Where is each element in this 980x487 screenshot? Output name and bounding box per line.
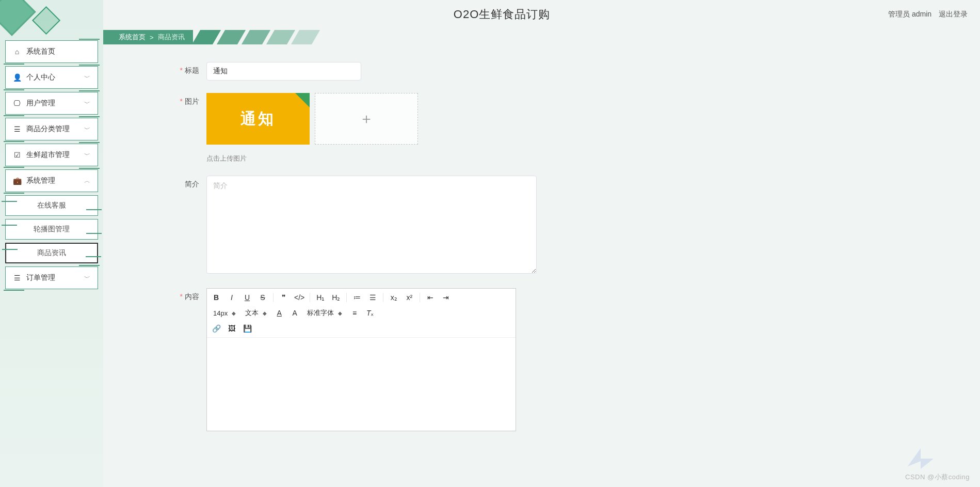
editor-toolbar: B I U S ❞ </> H₁ H₂ ≔ ☰ x₂ x²	[207, 289, 516, 338]
italic-button[interactable]: I	[227, 292, 237, 303]
sidebar-item-system[interactable]: 💼 系统管理 ︿	[5, 169, 98, 192]
upload-add-button[interactable]: ＋	[315, 93, 418, 145]
content-label: *内容	[124, 288, 206, 302]
home-icon: ⌂	[13, 48, 21, 56]
intro-label: 简介	[124, 176, 206, 189]
chevron-down-icon: ﹀	[84, 274, 90, 282]
sidebar-item-users[interactable]: 🖵 用户管理 ﹀	[5, 92, 98, 115]
briefcase-icon: 💼	[13, 177, 21, 185]
font-family-select[interactable]: 标准字体◆	[305, 308, 344, 318]
image-thumbnail[interactable]: 通知	[206, 93, 310, 145]
sidebar-item-label: 商品分类管理	[26, 124, 70, 134]
chevron-down-icon: ﹀	[84, 73, 90, 82]
form-row-content: *内容 B I U S ❞ </> H₁ H₂ ≔ ☰	[124, 288, 959, 431]
monitor-icon: 🖵	[13, 99, 21, 107]
caret-icon: ◆	[338, 310, 342, 316]
plus-icon: ＋	[359, 109, 374, 129]
thumbnail-text: 通知	[240, 108, 276, 130]
logout-link[interactable]: 退出登录	[939, 10, 968, 18]
user-icon: 👤	[13, 73, 21, 82]
intro-textarea[interactable]	[206, 176, 537, 274]
quote-button[interactable]: ❞	[279, 292, 289, 303]
bg-color-button[interactable]: A	[290, 307, 300, 319]
sidebar-sub-label: 在线客服	[37, 201, 66, 210]
sidebar-item-label: 用户管理	[26, 99, 55, 108]
breadcrumb-current: 商品资讯	[158, 33, 185, 42]
breadcrumb-separator: >	[150, 34, 154, 41]
sidebar-item-market[interactable]: ☑ 生鲜超市管理 ﹀	[5, 144, 98, 166]
sidebar-sub-news[interactable]: 商品资讯	[5, 243, 98, 263]
form-row-image: *图片 通知 ＋	[124, 93, 959, 145]
list-icon: ☰	[13, 274, 21, 282]
indent-left-button[interactable]: ⇤	[425, 292, 436, 303]
caret-icon: ◆	[232, 310, 236, 316]
sidebar-sub-label: 轮播图管理	[34, 225, 70, 234]
clear-format-button[interactable]: Tₓ	[365, 307, 375, 319]
superscript-button[interactable]: x²	[404, 292, 414, 303]
breadcrumb-shape: 系统首页 > 商品资讯	[103, 30, 193, 44]
breadcrumb-home[interactable]: 系统首页	[119, 33, 146, 42]
required-mark: *	[180, 97, 183, 105]
svg-marker-0	[908, 448, 934, 469]
sidebar-item-orders[interactable]: ☰ 订单管理 ﹀	[5, 266, 98, 289]
sidebar-sub-online-service[interactable]: 在线客服	[5, 195, 98, 216]
form-row-title: *标题	[124, 62, 959, 81]
upload-hint: 点击上传图片	[206, 154, 959, 163]
required-mark: *	[180, 292, 183, 301]
ordered-list-button[interactable]: ≔	[352, 292, 362, 303]
required-mark: *	[180, 66, 183, 74]
chevron-down-icon: ﹀	[84, 99, 90, 108]
sidebar-item-profile[interactable]: 👤 个人中心 ﹀	[5, 66, 98, 89]
header-user-area: 管理员 admin 退出登录	[888, 10, 968, 19]
sidebar-sub-label: 商品资讯	[37, 248, 66, 258]
sidebar-item-home[interactable]: ⌂ 系统首页	[5, 40, 98, 63]
sidebar-item-category[interactable]: ☰ 商品分类管理 ﹀	[5, 118, 98, 140]
breadcrumb-decoration	[196, 30, 320, 44]
underline-button[interactable]: U	[242, 292, 252, 303]
thumbnail-corner	[295, 93, 310, 107]
unordered-list-button[interactable]: ☰	[367, 292, 378, 303]
sidebar: ⌂ 系统首页 👤 个人中心 ﹀ 🖵 用户管理 ﹀ ☰ 商品分类管理 ﹀ ☑ 生鲜…	[0, 0, 103, 487]
save-button[interactable]: 💾	[242, 323, 252, 334]
chevron-down-icon: ﹀	[84, 151, 90, 160]
h2-button[interactable]: H₂	[331, 292, 341, 303]
h1-button[interactable]: H₁	[315, 292, 326, 303]
sidebar-item-label: 系统首页	[26, 47, 55, 56]
image-button[interactable]: 🖼	[227, 323, 237, 334]
rich-text-editor: B I U S ❞ </> H₁ H₂ ≔ ☰ x₂ x²	[206, 288, 516, 431]
title-input[interactable]	[206, 62, 361, 81]
title-label: *标题	[124, 62, 206, 75]
check-icon: ☑	[13, 151, 21, 159]
sidebar-item-label: 生鲜超市管理	[26, 150, 70, 160]
strikethrough-button[interactable]: S	[258, 292, 268, 303]
watermark-text: CSDN @小蔡coding	[905, 473, 970, 482]
text-color-button[interactable]: A	[274, 307, 284, 319]
align-button[interactable]: ≡	[349, 307, 360, 319]
indent-right-button[interactable]: ⇥	[441, 292, 451, 303]
username: admin	[912, 10, 931, 18]
chevron-up-icon: ︿	[84, 177, 90, 185]
caret-icon: ◆	[263, 310, 267, 316]
sidebar-item-label: 系统管理	[26, 176, 55, 185]
chevron-down-icon: ﹀	[84, 125, 90, 134]
image-label: *图片	[124, 93, 206, 106]
sidebar-item-label: 订单管理	[26, 273, 55, 282]
editor-body[interactable]	[207, 338, 516, 431]
list-icon: ☰	[13, 125, 21, 133]
header: O2O生鲜食品订购 管理员 admin 退出登录	[103, 0, 980, 29]
page-title: O2O生鲜食品订购	[116, 7, 888, 22]
format-select[interactable]: 文本◆	[243, 308, 269, 318]
font-size-select[interactable]: 14px◆	[211, 309, 238, 317]
user-role: 管理员	[888, 10, 910, 18]
form-row-intro: 简介	[124, 176, 959, 276]
code-button[interactable]: </>	[294, 292, 304, 303]
subscript-button[interactable]: x₂	[389, 292, 399, 303]
sidebar-item-label: 个人中心	[26, 73, 55, 82]
sidebar-decoration	[0, 0, 103, 36]
watermark-logo	[903, 446, 939, 472]
sidebar-sub-carousel[interactable]: 轮播图管理	[5, 219, 98, 240]
link-button[interactable]: 🔗	[211, 323, 221, 334]
breadcrumb: 系统首页 > 商品资讯	[103, 30, 980, 44]
main-content: *标题 *图片 通知 ＋ 点击上传图片 简介	[103, 52, 980, 487]
bold-button[interactable]: B	[211, 292, 221, 303]
